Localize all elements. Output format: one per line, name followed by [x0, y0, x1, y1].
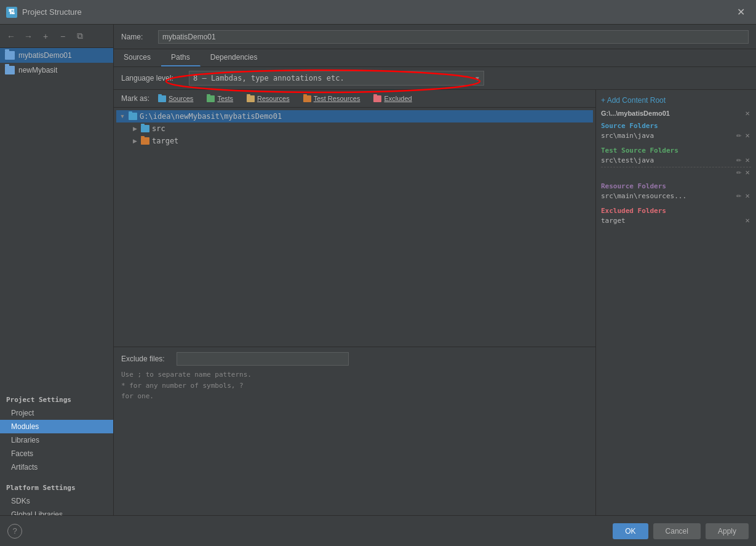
resources-label: Resources [257, 95, 290, 102]
tab-paths[interactable]: Paths [161, 49, 201, 66]
test-source-folder-actions-1: ✏ ✕ [601, 169, 751, 176]
remove-resource-folder-button[interactable]: ✕ [744, 193, 751, 199]
name-row: Name: [114, 25, 756, 49]
mark-resources-button[interactable]: Resources [242, 94, 295, 103]
test-resources-label: Test Resources [314, 95, 360, 102]
root-path-label: G:\idea\newMybasit\mybatisDemo01 [140, 112, 282, 121]
name-input[interactable] [158, 30, 749, 44]
title-bar: 🏗 Project Structure ✕ [0, 0, 756, 25]
remove-excluded-folder-button[interactable]: ✕ [744, 217, 751, 224]
excluded-label: Excluded [384, 95, 412, 102]
sources-left: Mark as: Sources Tests Resources [114, 90, 596, 546]
exclude-section: Exclude files: Use ; to separate name pa… [114, 347, 595, 407]
nav-back-button[interactable]: ← [4, 29, 18, 44]
remove-source-folder-button[interactable]: ✕ [744, 132, 751, 139]
tree-node-src[interactable]: ▶ src [129, 122, 593, 135]
excluded-folders-label: Excluded Folders [601, 204, 751, 216]
copy-module-button[interactable]: ⧉ [73, 29, 87, 44]
module-entry-newMybasit[interactable]: newMybasit [0, 63, 113, 78]
sources-label: Sources [169, 95, 193, 102]
mark-as-label: Mark as: [121, 94, 149, 103]
add-module-button[interactable]: + [38, 29, 53, 44]
left-panel: ← → + − ⧉ mybatisDemo01 newMybasit Proje… [0, 25, 114, 546]
exclude-input[interactable] [177, 352, 349, 366]
tabs-bar: Sources Paths Dependencies [114, 49, 756, 67]
sidebar-item-libraries[interactable]: Libraries [0, 433, 113, 447]
sidebar-item-project[interactable]: Project [0, 406, 113, 420]
close-button[interactable]: ✕ [732, 4, 750, 20]
mark-excluded-button[interactable]: Excluded [368, 94, 416, 103]
root-folder-icon [129, 113, 137, 120]
source-folder-actions-0: ✏ ✕ [735, 132, 751, 139]
sources-right: + Add Content Root G:\...\mybatisDemo01 … [596, 90, 756, 546]
tree-toggle-root[interactable]: ▼ [119, 113, 126, 120]
excluded-folder-actions-0: ✕ [744, 217, 751, 224]
resource-folder-entry-0: src\main\resources... ✏ ✕ [601, 191, 751, 201]
sidebar-item-modules[interactable]: Modules [0, 420, 113, 433]
tab-sources[interactable]: Sources [114, 49, 161, 66]
resource-folder-actions-0: ✏ ✕ [735, 193, 751, 199]
test-source-folder-path-0: src\test\java [601, 156, 654, 164]
name-label: Name: [121, 33, 152, 41]
sidebar-item-artifacts[interactable]: Artifacts [0, 460, 113, 474]
tree-toggle-target[interactable]: ▶ [131, 137, 138, 145]
exclude-label: Exclude files: [121, 355, 170, 363]
tests-folder-icon [207, 95, 215, 102]
tab-dependencies[interactable]: Dependencies [201, 49, 268, 66]
module-toolbar: ← → + − ⧉ [0, 25, 113, 48]
mark-as-row: Mark as: Sources Tests Resources [114, 90, 595, 108]
project-settings-header: Project Settings [0, 391, 113, 406]
ok-button[interactable]: OK [613, 523, 648, 539]
tree-toggle-src[interactable]: ▶ [131, 125, 138, 132]
content-root-path: G:\...\mybatisDemo01 ✕ [601, 107, 751, 119]
sidebar-item-sdks[interactable]: SDKs [0, 494, 113, 508]
source-folder-path-0: src\main\java [601, 132, 654, 140]
language-level-select[interactable]: 8 – Lambdas, type annotations etc. [189, 71, 484, 86]
excluded-folder-path-0: target [601, 217, 626, 225]
nav-forward-button[interactable]: → [21, 29, 36, 44]
tests-label: Tests [217, 95, 233, 102]
edit-resource-folder-button[interactable]: ✏ [735, 193, 742, 199]
edit-test-source-2-button[interactable]: ✏ [735, 169, 742, 176]
sources-folder-icon [158, 95, 166, 102]
sources-panel: Mark as: Sources Tests Resources [114, 90, 756, 546]
bottom-left: ? [7, 524, 22, 539]
add-content-root-label: + Add Content Root [601, 96, 666, 105]
edit-source-folder-button[interactable]: ✏ [735, 132, 742, 139]
apply-button[interactable]: Apply [706, 523, 749, 539]
src-label: src [152, 124, 165, 133]
main-container: ← → + − ⧉ mybatisDemo01 newMybasit Proje… [0, 25, 756, 546]
mark-test-resources-button[interactable]: Test Resources [298, 94, 365, 103]
edit-test-source-folder-button[interactable]: ✏ [735, 157, 742, 164]
target-folder-icon [141, 137, 149, 145]
add-content-root-button[interactable]: + Add Content Root [601, 94, 751, 107]
language-level-label: Language level: [121, 74, 183, 82]
module-entry-mybatisDemo01[interactable]: mybatisDemo01 [0, 48, 113, 63]
test-resources-folder-icon [303, 95, 311, 102]
tree-root-node[interactable]: ▼ G:\idea\newMybasit\mybatisDemo01 [116, 110, 593, 122]
help-button[interactable]: ? [7, 524, 22, 539]
content-root-close-button[interactable]: ✕ [744, 110, 751, 117]
content-root-path-label: G:\...\mybatisDemo01 [601, 110, 670, 117]
module-list: mybatisDemo01 newMybasit [0, 48, 113, 387]
module-folder-icon [5, 51, 15, 60]
resources-folder-icon [247, 95, 255, 102]
test-source-folder-actions-0: ✏ ✕ [735, 157, 751, 164]
tree-children: ▶ src ▶ target [116, 122, 593, 147]
bottom-bar: ? OK Cancel Apply [0, 515, 756, 546]
mark-tests-button[interactable]: Tests [202, 94, 238, 103]
test-source-folders-label: Test Source Folders [601, 144, 751, 156]
cancel-button[interactable]: Cancel [653, 523, 701, 539]
language-level-row: Language level: 8 – Lambdas, type annota… [114, 67, 756, 90]
tree-area: ▼ G:\idea\newMybasit\mybatisDemo01 ▶ src… [114, 108, 595, 150]
remove-test-source-2-button[interactable]: ✕ [744, 169, 751, 176]
remove-module-button[interactable]: − [55, 29, 70, 44]
platform-settings-header: Platform Settings [0, 479, 113, 494]
mark-sources-button[interactable]: Sources [153, 94, 198, 103]
test-source-separator [601, 167, 751, 167]
remove-test-source-folder-button[interactable]: ✕ [744, 157, 751, 164]
sidebar-item-facets[interactable]: Facets [0, 447, 113, 460]
exclude-row: Exclude files: [121, 352, 588, 366]
module-folder-icon-2 [5, 66, 15, 74]
tree-node-target[interactable]: ▶ target [129, 135, 593, 147]
